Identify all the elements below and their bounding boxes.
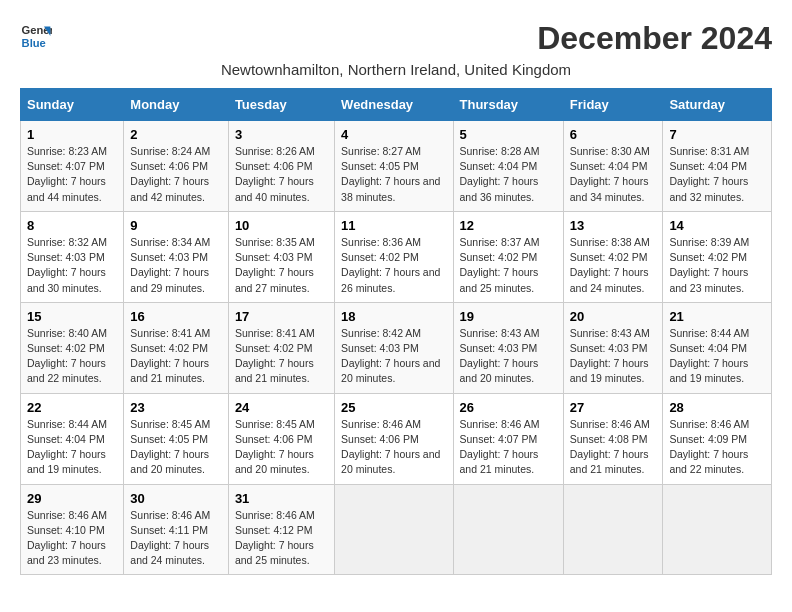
calendar-cell: 4Sunrise: 8:27 AMSunset: 4:05 PMDaylight… — [335, 121, 453, 212]
daylight-text: Daylight: 7 hours and 25 minutes. — [460, 266, 539, 293]
calendar-cell: 15Sunrise: 8:40 AMSunset: 4:02 PMDayligh… — [21, 302, 124, 393]
day-info: Sunrise: 8:46 AMSunset: 4:11 PMDaylight:… — [130, 508, 222, 569]
day-number: 22 — [27, 400, 117, 415]
day-number: 5 — [460, 127, 557, 142]
day-info: Sunrise: 8:44 AMSunset: 4:04 PMDaylight:… — [669, 326, 765, 387]
day-number: 27 — [570, 400, 657, 415]
daylight-text: Daylight: 7 hours and 21 minutes. — [570, 448, 649, 475]
calendar-cell: 1Sunrise: 8:23 AMSunset: 4:07 PMDaylight… — [21, 121, 124, 212]
day-info: Sunrise: 8:39 AMSunset: 4:02 PMDaylight:… — [669, 235, 765, 296]
day-number: 31 — [235, 491, 328, 506]
calendar-week-4: 22Sunrise: 8:44 AMSunset: 4:04 PMDayligh… — [21, 393, 772, 484]
calendar-body: 1Sunrise: 8:23 AMSunset: 4:07 PMDaylight… — [21, 121, 772, 575]
daylight-text: Daylight: 7 hours and 19 minutes. — [27, 448, 106, 475]
sunrise-text: Sunrise: 8:44 AM — [669, 327, 749, 339]
day-info: Sunrise: 8:41 AMSunset: 4:02 PMDaylight:… — [235, 326, 328, 387]
day-info: Sunrise: 8:26 AMSunset: 4:06 PMDaylight:… — [235, 144, 328, 205]
calendar-cell: 14Sunrise: 8:39 AMSunset: 4:02 PMDayligh… — [663, 211, 772, 302]
day-info: Sunrise: 8:43 AMSunset: 4:03 PMDaylight:… — [570, 326, 657, 387]
sunset-text: Sunset: 4:02 PM — [341, 251, 419, 263]
day-info: Sunrise: 8:46 AMSunset: 4:07 PMDaylight:… — [460, 417, 557, 478]
col-saturday: Saturday — [663, 89, 772, 121]
sunrise-text: Sunrise: 8:37 AM — [460, 236, 540, 248]
sunset-text: Sunset: 4:12 PM — [235, 524, 313, 536]
calendar-cell: 22Sunrise: 8:44 AMSunset: 4:04 PMDayligh… — [21, 393, 124, 484]
day-number: 25 — [341, 400, 446, 415]
sunrise-text: Sunrise: 8:39 AM — [669, 236, 749, 248]
daylight-text: Daylight: 7 hours and 26 minutes. — [341, 266, 440, 293]
calendar-cell: 5Sunrise: 8:28 AMSunset: 4:04 PMDaylight… — [453, 121, 563, 212]
calendar-cell: 11Sunrise: 8:36 AMSunset: 4:02 PMDayligh… — [335, 211, 453, 302]
calendar-cell: 12Sunrise: 8:37 AMSunset: 4:02 PMDayligh… — [453, 211, 563, 302]
daylight-text: Daylight: 7 hours and 20 minutes. — [341, 448, 440, 475]
daylight-text: Daylight: 7 hours and 23 minutes. — [669, 266, 748, 293]
sunset-text: Sunset: 4:03 PM — [341, 342, 419, 354]
sunrise-text: Sunrise: 8:46 AM — [570, 418, 650, 430]
calendar-cell: 25Sunrise: 8:46 AMSunset: 4:06 PMDayligh… — [335, 393, 453, 484]
day-number: 6 — [570, 127, 657, 142]
daylight-text: Daylight: 7 hours and 22 minutes. — [27, 357, 106, 384]
calendar-cell — [663, 484, 772, 575]
sunset-text: Sunset: 4:02 PM — [669, 251, 747, 263]
day-number: 16 — [130, 309, 222, 324]
day-number: 20 — [570, 309, 657, 324]
logo: General Blue — [20, 20, 52, 52]
day-info: Sunrise: 8:38 AMSunset: 4:02 PMDaylight:… — [570, 235, 657, 296]
calendar-cell: 20Sunrise: 8:43 AMSunset: 4:03 PMDayligh… — [563, 302, 663, 393]
page-container: General Blue December 2024 Newtownhamilt… — [20, 20, 772, 575]
sunrise-text: Sunrise: 8:32 AM — [27, 236, 107, 248]
day-info: Sunrise: 8:31 AMSunset: 4:04 PMDaylight:… — [669, 144, 765, 205]
col-friday: Friday — [563, 89, 663, 121]
daylight-text: Daylight: 7 hours and 19 minutes. — [669, 357, 748, 384]
sunrise-text: Sunrise: 8:36 AM — [341, 236, 421, 248]
calendar-cell: 18Sunrise: 8:42 AMSunset: 4:03 PMDayligh… — [335, 302, 453, 393]
sunrise-text: Sunrise: 8:43 AM — [460, 327, 540, 339]
calendar-cell: 8Sunrise: 8:32 AMSunset: 4:03 PMDaylight… — [21, 211, 124, 302]
calendar-cell: 13Sunrise: 8:38 AMSunset: 4:02 PMDayligh… — [563, 211, 663, 302]
calendar-cell — [453, 484, 563, 575]
sunset-text: Sunset: 4:05 PM — [341, 160, 419, 172]
day-number: 24 — [235, 400, 328, 415]
daylight-text: Daylight: 7 hours and 21 minutes. — [130, 357, 209, 384]
daylight-text: Daylight: 7 hours and 23 minutes. — [27, 539, 106, 566]
sunrise-text: Sunrise: 8:34 AM — [130, 236, 210, 248]
day-number: 28 — [669, 400, 765, 415]
day-info: Sunrise: 8:34 AMSunset: 4:03 PMDaylight:… — [130, 235, 222, 296]
sunset-text: Sunset: 4:03 PM — [27, 251, 105, 263]
day-info: Sunrise: 8:28 AMSunset: 4:04 PMDaylight:… — [460, 144, 557, 205]
day-info: Sunrise: 8:46 AMSunset: 4:12 PMDaylight:… — [235, 508, 328, 569]
calendar-header: Sunday Monday Tuesday Wednesday Thursday… — [21, 89, 772, 121]
day-number: 19 — [460, 309, 557, 324]
sunrise-text: Sunrise: 8:43 AM — [570, 327, 650, 339]
calendar-week-3: 15Sunrise: 8:40 AMSunset: 4:02 PMDayligh… — [21, 302, 772, 393]
day-info: Sunrise: 8:46 AMSunset: 4:06 PMDaylight:… — [341, 417, 446, 478]
sunset-text: Sunset: 4:05 PM — [130, 433, 208, 445]
day-number: 29 — [27, 491, 117, 506]
daylight-text: Daylight: 7 hours and 34 minutes. — [570, 175, 649, 202]
day-number: 3 — [235, 127, 328, 142]
daylight-text: Daylight: 7 hours and 36 minutes. — [460, 175, 539, 202]
calendar-cell: 10Sunrise: 8:35 AMSunset: 4:03 PMDayligh… — [228, 211, 334, 302]
sunset-text: Sunset: 4:06 PM — [130, 160, 208, 172]
daylight-text: Daylight: 7 hours and 44 minutes. — [27, 175, 106, 202]
sunset-text: Sunset: 4:03 PM — [130, 251, 208, 263]
day-info: Sunrise: 8:30 AMSunset: 4:04 PMDaylight:… — [570, 144, 657, 205]
sunrise-text: Sunrise: 8:46 AM — [235, 509, 315, 521]
daylight-text: Daylight: 7 hours and 22 minutes. — [669, 448, 748, 475]
col-wednesday: Wednesday — [335, 89, 453, 121]
calendar-cell: 29Sunrise: 8:46 AMSunset: 4:10 PMDayligh… — [21, 484, 124, 575]
day-number: 23 — [130, 400, 222, 415]
day-number: 1 — [27, 127, 117, 142]
day-info: Sunrise: 8:46 AMSunset: 4:10 PMDaylight:… — [27, 508, 117, 569]
daylight-text: Daylight: 7 hours and 27 minutes. — [235, 266, 314, 293]
logo-icon: General Blue — [20, 20, 52, 52]
daylight-text: Daylight: 7 hours and 24 minutes. — [130, 539, 209, 566]
calendar-week-1: 1Sunrise: 8:23 AMSunset: 4:07 PMDaylight… — [21, 121, 772, 212]
page-title: December 2024 — [537, 20, 772, 57]
day-info: Sunrise: 8:45 AMSunset: 4:06 PMDaylight:… — [235, 417, 328, 478]
sunrise-text: Sunrise: 8:45 AM — [235, 418, 315, 430]
day-number: 2 — [130, 127, 222, 142]
day-info: Sunrise: 8:44 AMSunset: 4:04 PMDaylight:… — [27, 417, 117, 478]
daylight-text: Daylight: 7 hours and 40 minutes. — [235, 175, 314, 202]
day-info: Sunrise: 8:37 AMSunset: 4:02 PMDaylight:… — [460, 235, 557, 296]
